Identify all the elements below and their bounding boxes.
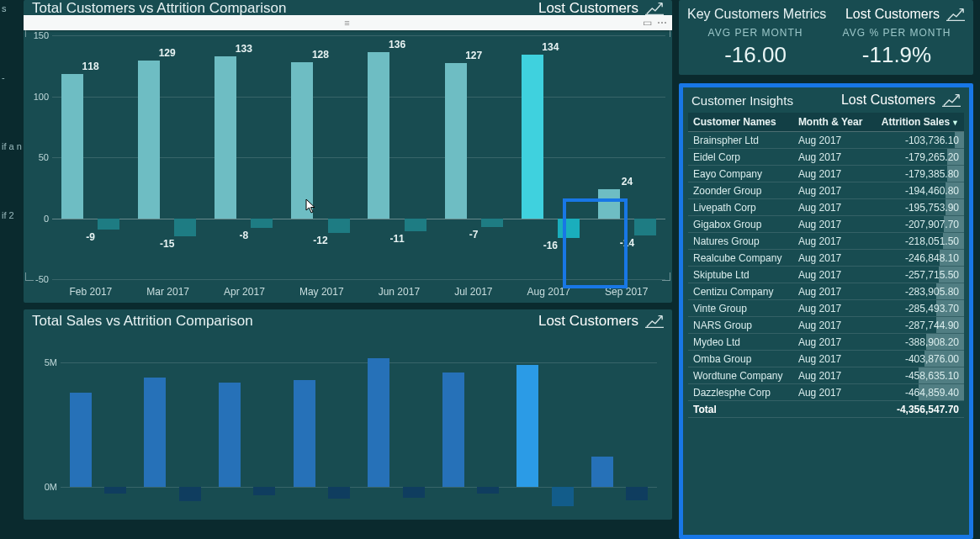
- bar-negative[interactable]: [104, 487, 126, 494]
- table-row[interactable]: Dazzlesphe CorpAug 2017-464,859.40: [688, 384, 964, 401]
- table-row[interactable]: Zoonder GroupAug 2017-194,460.80: [688, 182, 964, 199]
- bar-group[interactable]: 118-9: [52, 35, 129, 279]
- bar-group[interactable]: [582, 338, 657, 511]
- bar-positive[interactable]: [368, 358, 389, 487]
- avg-per-month-value: -16.00: [687, 42, 824, 68]
- bar-positive[interactable]: [138, 61, 160, 218]
- chart-total-sales[interactable]: Total Sales vs Attrition Comparison Lost…: [24, 309, 672, 520]
- bar-positive[interactable]: [219, 383, 241, 487]
- table-row[interactable]: Skiptube LtdAug 2017-257,715.50: [688, 267, 964, 283]
- trend-up-icon: [645, 1, 664, 16]
- chart-total-customers[interactable]: Total Customers vs Attrition Comparison …: [24, 0, 672, 303]
- bar-group[interactable]: [508, 338, 583, 511]
- trend-up-icon: [946, 7, 965, 22]
- focus-mode-icon[interactable]: ▭: [643, 17, 652, 29]
- bar-group[interactable]: 128-12: [282, 35, 358, 279]
- cell-month: Aug 2017: [793, 367, 871, 384]
- bar-positive[interactable]: [522, 55, 543, 218]
- cell-value: -194,460.80: [871, 182, 964, 199]
- bar-value-label: -15: [129, 238, 205, 250]
- bar-positive[interactable]: [144, 378, 166, 486]
- bar-negative[interactable]: [328, 487, 350, 499]
- bar-negative[interactable]: [174, 219, 196, 237]
- table-row[interactable]: Centizu CompanyAug 2017-283,905.80: [688, 283, 964, 300]
- cell-customer: Mydeo Ltd: [688, 334, 793, 351]
- bar-negative[interactable]: [253, 487, 275, 495]
- table-row[interactable]: Omba GroupAug 2017-403,876.00: [688, 351, 964, 367]
- bar-positive[interactable]: [591, 457, 613, 486]
- resize-handle-br[interactable]: [662, 272, 670, 281]
- bar-positive[interactable]: [516, 365, 538, 486]
- bar-negative[interactable]: [558, 219, 580, 238]
- bar-negative[interactable]: [251, 219, 273, 229]
- bar-negative[interactable]: [403, 487, 425, 498]
- table-row[interactable]: Livepath CorpAug 2017-195,753.90: [688, 199, 964, 216]
- bar-negative[interactable]: [634, 219, 656, 235]
- bar-value-label: 24: [589, 176, 665, 188]
- column-header[interactable]: Attrition Sales▼: [871, 113, 964, 132]
- table-row[interactable]: Realcube CompanyAug 2017-246,848.10: [688, 250, 964, 267]
- table-row[interactable]: Wordtune CompanyAug 2017-458,635.10: [688, 367, 964, 384]
- table-row[interactable]: Natures GroupAug 2017-218,051.50: [688, 233, 964, 250]
- bar-positive[interactable]: [215, 56, 236, 219]
- bar-group[interactable]: [135, 338, 210, 511]
- cell-month: Aug 2017: [793, 351, 871, 367]
- bar-positive[interactable]: [368, 52, 389, 218]
- table-row[interactable]: Vinte GroupAug 2017-285,493.70: [688, 300, 964, 317]
- bar-positive[interactable]: [598, 189, 620, 219]
- bar-group[interactable]: [209, 338, 284, 511]
- bar-negative[interactable]: [481, 219, 503, 227]
- bar-negative[interactable]: [477, 487, 499, 494]
- column-header[interactable]: Customer Names: [688, 113, 793, 132]
- bar-positive[interactable]: [61, 74, 83, 218]
- bar-value-label: 128: [282, 49, 358, 61]
- bar-group[interactable]: [433, 338, 508, 511]
- bar-group[interactable]: 133-8: [205, 35, 282, 279]
- cell-month: Aug 2017: [793, 149, 871, 166]
- table-row[interactable]: Mydeo LtdAug 2017-388,908.20: [688, 334, 964, 351]
- cell-customer: Eidel Corp: [688, 149, 793, 166]
- x-tick-label: Sep 2017: [605, 286, 648, 298]
- cell-value: -287,744.90: [871, 317, 964, 334]
- bar-value-label: -14: [589, 237, 665, 249]
- bar-negative[interactable]: [626, 487, 648, 500]
- bar-negative[interactable]: [179, 487, 201, 502]
- bar-group[interactable]: 134-16: [512, 35, 589, 279]
- bar-positive[interactable]: [70, 393, 92, 487]
- drag-handle-icon[interactable]: ≡: [344, 18, 351, 28]
- cell-customer: Skiptube Ltd: [688, 267, 793, 283]
- column-header[interactable]: Month & Year: [793, 113, 871, 132]
- bar-group[interactable]: 129-15: [129, 35, 205, 279]
- customer-insights-card[interactable]: Customer Insights Lost Customers Custome…: [679, 83, 973, 539]
- table-row[interactable]: Brainspher LtdAug 2017-103,736.10: [688, 132, 964, 149]
- table-row[interactable]: NARS GroupAug 2017-287,744.90: [688, 317, 964, 334]
- table-row[interactable]: Gigabox GroupAug 2017-207,907.70: [688, 216, 964, 233]
- bar-positive[interactable]: [442, 373, 464, 486]
- bar-positive[interactable]: [291, 62, 313, 219]
- chart1-right-label: Lost Customers: [538, 0, 638, 17]
- bar-value-label: 136: [359, 39, 436, 50]
- bar-negative[interactable]: [405, 219, 426, 232]
- bar-positive[interactable]: [294, 380, 315, 487]
- avg-pct-per-month-value: -11.9%: [829, 42, 965, 68]
- bar-group[interactable]: [284, 338, 359, 511]
- visual-header-bar[interactable]: ≡ ▭ ⋯: [24, 15, 672, 30]
- bar-negative[interactable]: [552, 487, 574, 507]
- bar-negative[interactable]: [328, 219, 350, 233]
- bar-negative[interactable]: [98, 219, 119, 230]
- table-row[interactable]: Eidel CorpAug 2017-179,265.20: [688, 149, 964, 166]
- resize-handle-bl[interactable]: [25, 272, 34, 281]
- cell-month: Aug 2017: [793, 132, 871, 149]
- key-metrics-card[interactable]: Key Customers Metrics Lost Customers AVG…: [679, 0, 973, 75]
- table-row[interactable]: Eayo CompanyAug 2017-179,385.80: [688, 166, 964, 182]
- bar-group[interactable]: 24-14: [589, 35, 665, 279]
- bar-positive[interactable]: [445, 63, 467, 218]
- bar-group[interactable]: [359, 338, 434, 511]
- insights-table[interactable]: Customer NamesMonth & YearAttrition Sale…: [688, 113, 964, 418]
- x-tick-label: Jul 2017: [454, 286, 492, 298]
- bar-group[interactable]: 127-7: [436, 35, 512, 279]
- more-options-icon[interactable]: ⋯: [657, 17, 667, 29]
- bar-group[interactable]: [61, 338, 135, 511]
- cell-customer: Eayo Company: [688, 166, 793, 182]
- bar-group[interactable]: 136-11: [359, 35, 436, 279]
